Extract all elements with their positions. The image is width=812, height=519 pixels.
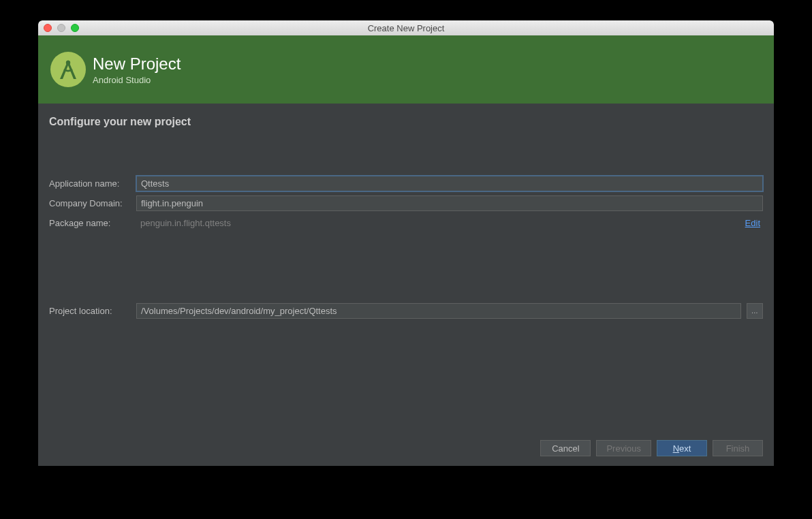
company-domain-row: Company Domain: xyxy=(49,195,763,211)
company-domain-input[interactable] xyxy=(136,195,763,211)
next-rest: ext xyxy=(679,443,691,454)
header-title: New Project xyxy=(93,54,181,74)
footer-buttons: Cancel Previous Next Finish xyxy=(38,430,774,466)
edit-package-link[interactable]: Edit xyxy=(745,218,763,228)
content-area: Configure your new project Application n… xyxy=(38,104,774,430)
application-name-label: Application name: xyxy=(49,178,131,189)
application-name-input[interactable] xyxy=(136,176,763,191)
company-domain-label: Company Domain: xyxy=(49,198,131,208)
application-name-row: Application name: xyxy=(49,176,763,191)
project-location-input[interactable] xyxy=(136,303,741,319)
dialog-window: Create New Project New Project Android S… xyxy=(38,20,774,466)
android-studio-logo-icon xyxy=(50,52,86,87)
next-button[interactable]: Next xyxy=(657,440,707,456)
finish-button: Finish xyxy=(713,440,763,456)
titlebar[interactable]: Create New Project xyxy=(38,20,774,35)
package-name-row: Package name: penguin.in.flight.qttests … xyxy=(49,215,763,231)
section-title: Configure your new project xyxy=(49,116,763,128)
svg-point-0 xyxy=(66,61,70,65)
minimize-icon xyxy=(57,24,65,32)
close-icon[interactable] xyxy=(44,24,52,32)
package-name-value: penguin.in.flight.qttests xyxy=(136,215,740,231)
next-mnemonic: N xyxy=(673,443,679,454)
project-location-row: Project location: … xyxy=(49,303,763,319)
header-text: New Project Android Studio xyxy=(93,54,181,85)
header-subtitle: Android Studio xyxy=(93,75,181,85)
previous-button: Previous xyxy=(596,440,651,456)
package-name-label: Package name: xyxy=(49,218,131,228)
cancel-button[interactable]: Cancel xyxy=(540,440,591,456)
browse-location-button[interactable]: … xyxy=(747,303,763,319)
window-controls xyxy=(44,24,79,32)
project-location-label: Project location: xyxy=(49,306,131,316)
header-banner: New Project Android Studio xyxy=(38,35,774,104)
maximize-icon[interactable] xyxy=(71,24,79,32)
window-title: Create New Project xyxy=(38,23,774,33)
